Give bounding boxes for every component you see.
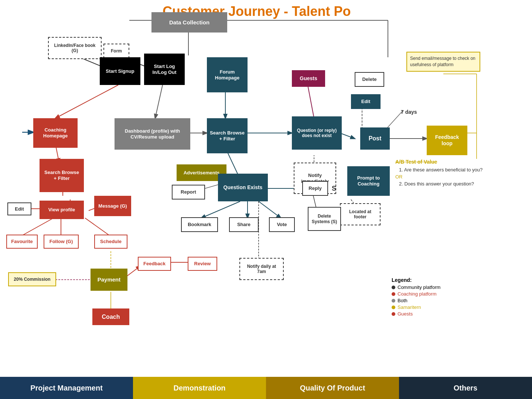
legend-dot-community bbox=[392, 286, 395, 289]
post-node: Post bbox=[360, 127, 390, 150]
start-signup-node: Start Signup bbox=[100, 57, 140, 85]
data-collection-node: Data Collection bbox=[151, 12, 227, 33]
notify-daily-node: Notify daily at 7am bbox=[239, 258, 284, 280]
legend-item-community: Community platform bbox=[392, 284, 440, 290]
legend-item-coaching: Coaching platform bbox=[392, 291, 440, 297]
view-profile-node: View profile bbox=[40, 201, 84, 219]
review-node: Review bbox=[188, 257, 217, 271]
question-exists-node: Question Exists bbox=[218, 174, 268, 201]
question-not-exist-node: Question (or reply) does not exist bbox=[292, 116, 342, 150]
favourite-node: Favourite bbox=[6, 235, 38, 249]
share-node: Share bbox=[229, 217, 259, 232]
dashboard-node: Dashboard (profile) with CV/Resume uploa… bbox=[115, 118, 190, 150]
prompt-coaching-node: Prompt to Coaching bbox=[347, 166, 390, 196]
coach-node: Coach bbox=[92, 308, 129, 325]
email-box: Send email/message to check on usefulnes… bbox=[406, 52, 480, 72]
form-node: Form bbox=[103, 44, 129, 58]
bottom-quality[interactable]: Quality Of Product bbox=[266, 377, 399, 399]
guests-node: Guests bbox=[292, 70, 325, 87]
legend-title: Legend: bbox=[392, 277, 440, 283]
s-label: S bbox=[332, 185, 336, 192]
located-footer-node: Located at footer bbox=[340, 203, 381, 225]
search-browse-forum-node: Search Browse + Filter bbox=[207, 118, 248, 153]
ab-test-box: A/B Test of Value 1. Are these answers b… bbox=[395, 159, 521, 187]
linkedin-node: LinkedIn/Face book (G) bbox=[48, 37, 102, 59]
legend-dot-guests bbox=[392, 312, 395, 316]
vote-node: Vote bbox=[269, 217, 295, 232]
ab-title: A/B Test of Value bbox=[395, 159, 521, 165]
feedback-loop-node: Feedback loop bbox=[427, 126, 467, 155]
bottom-bar: Project Management Demonstration Quality… bbox=[0, 377, 532, 399]
svg-line-6 bbox=[55, 85, 118, 118]
payment-node: Payment bbox=[91, 269, 127, 291]
legend-item-guests: Guests bbox=[392, 311, 440, 317]
days-label: 7 days bbox=[401, 109, 417, 115]
svg-line-21 bbox=[259, 201, 281, 218]
svg-line-15 bbox=[340, 133, 355, 139]
ab-q1: Are these answers beneficial to you? bbox=[404, 167, 482, 173]
svg-line-38 bbox=[85, 218, 111, 236]
follow-node: Follow (G) bbox=[44, 235, 79, 249]
delete-top-node: Delete bbox=[355, 72, 384, 87]
ab-or: OR bbox=[395, 174, 521, 180]
forum-homepage-node: Forum Homepage bbox=[207, 57, 248, 92]
bottom-project-management[interactable]: Project Management bbox=[0, 377, 133, 399]
message-node: Message (G) bbox=[94, 196, 131, 216]
legend-dot-samaritern bbox=[392, 306, 395, 309]
search-browse-coaching-node: Search Browse + Filter bbox=[40, 159, 84, 192]
legend-dot-both bbox=[392, 299, 395, 303]
start-login-node: Start Log In/Log Out bbox=[144, 54, 185, 85]
legend-item-both: Both bbox=[392, 298, 440, 303]
schedule-node: Schedule bbox=[94, 235, 127, 249]
ab-q2: Does this answer your question? bbox=[404, 181, 474, 187]
report-node: Report bbox=[172, 185, 205, 200]
bookmark-node: Bookmark bbox=[181, 217, 218, 232]
svg-line-37 bbox=[20, 218, 54, 236]
commission-node: 20% Commission bbox=[8, 272, 56, 286]
bottom-demonstration[interactable]: Demonstration bbox=[133, 377, 266, 399]
svg-line-19 bbox=[201, 201, 240, 218]
svg-line-7 bbox=[155, 85, 163, 118]
coaching-homepage-node: Coaching Homepage bbox=[33, 118, 78, 148]
reply-node: Reply bbox=[302, 181, 328, 196]
legend-box: Legend: Community platform Coaching plat… bbox=[392, 277, 440, 318]
edit-left-node: Edit bbox=[7, 202, 31, 215]
bottom-others[interactable]: Others bbox=[399, 377, 532, 399]
feedback-node: Feedback bbox=[138, 257, 171, 271]
legend-dot-coaching bbox=[392, 292, 395, 296]
delete-systems-node: Delete Systems (S) bbox=[308, 207, 341, 231]
edit-top-node: Edit bbox=[351, 94, 381, 109]
legend-item-samaritern: Samaritern bbox=[392, 304, 440, 310]
